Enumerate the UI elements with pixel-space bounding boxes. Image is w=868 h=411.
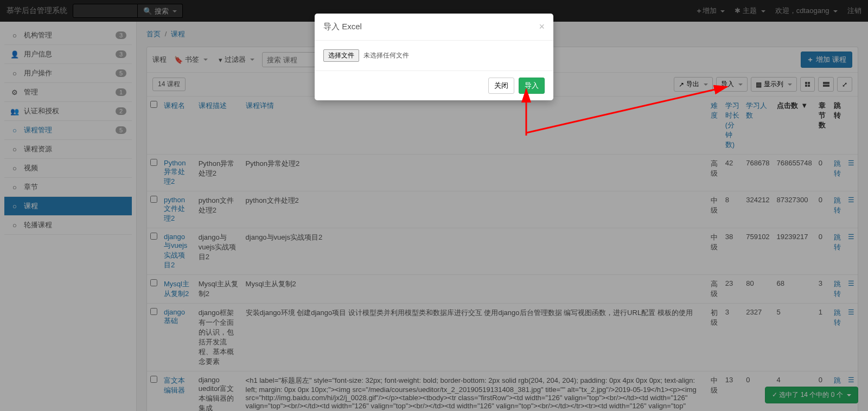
choose-file-button[interactable]: 选择文件	[323, 49, 359, 62]
import-excel-modal: 导入 Excel × 选择文件 未选择任何文件 关闭 导入	[315, 14, 553, 100]
modal-close-button[interactable]: ×	[539, 21, 545, 33]
file-status-text: 未选择任何文件	[363, 51, 409, 60]
modal-import-button[interactable]: 导入	[519, 78, 545, 94]
modal-close-footer-button[interactable]: 关闭	[488, 78, 514, 94]
modal-title: 导入 Excel	[323, 22, 362, 32]
